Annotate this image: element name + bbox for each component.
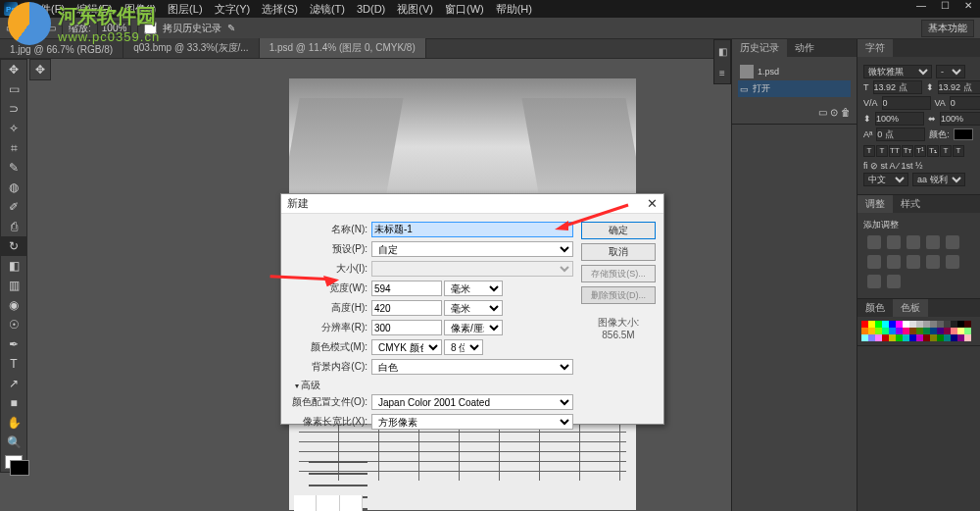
- swatch-cell[interactable]: [889, 321, 896, 328]
- move-tool[interactable]: ✥: [1, 60, 26, 79]
- hscale-input[interactable]: [940, 112, 980, 126]
- swatch-cell[interactable]: [951, 328, 957, 334]
- swatch-cell[interactable]: [875, 334, 882, 341]
- zoom-tool[interactable]: 🔍: [1, 433, 26, 452]
- adj-brightness-icon[interactable]: [867, 235, 881, 249]
- dodge-tool[interactable]: ☉: [1, 315, 26, 334]
- adj-mixer-icon[interactable]: [926, 255, 940, 269]
- italic-button[interactable]: T: [876, 145, 888, 157]
- adj-photo-icon[interactable]: [906, 255, 920, 269]
- close-button[interactable]: ✕: [956, 0, 980, 18]
- underline-button[interactable]: T: [940, 145, 952, 157]
- swatch-cell[interactable]: [896, 328, 903, 334]
- strike-button[interactable]: T: [953, 145, 964, 157]
- swatch-cell[interactable]: [903, 334, 909, 341]
- color-tab[interactable]: 颜色: [858, 299, 893, 317]
- height-input[interactable]: [371, 300, 442, 316]
- actions-tab[interactable]: 动作: [787, 39, 822, 57]
- lasso-tool[interactable]: ⊃: [1, 99, 26, 119]
- adj-bw-icon[interactable]: [887, 255, 901, 269]
- workspace-switcher[interactable]: 基本功能: [921, 20, 974, 37]
- swatch-cell[interactable]: [937, 321, 944, 328]
- swatch-cell[interactable]: [889, 334, 896, 341]
- width-input[interactable]: [371, 281, 442, 296]
- adj-levels-icon[interactable]: [887, 235, 901, 249]
- resolution-input[interactable]: [371, 320, 442, 335]
- font-style-select[interactable]: -: [936, 65, 965, 78]
- color-mode-select[interactable]: CMYK 颜色: [371, 339, 442, 355]
- width-unit-select[interactable]: 毫米: [444, 281, 503, 296]
- collapsed-panel-icon[interactable]: ≡: [714, 62, 730, 83]
- color-swatch[interactable]: [5, 455, 23, 469]
- swatch-cell[interactable]: [930, 334, 937, 341]
- collapsed-panel-icon[interactable]: ◧: [714, 40, 730, 62]
- marquee-tool[interactable]: ▭: [1, 79, 26, 99]
- font-family-select[interactable]: 微软雅黑: [863, 65, 932, 78]
- adj-hue-icon[interactable]: [867, 255, 881, 269]
- tracking-input[interactable]: [950, 96, 980, 110]
- swatch-cell[interactable]: [923, 321, 930, 328]
- aspect-select[interactable]: 方形像素: [371, 414, 573, 430]
- adj-exposure-icon[interactable]: [926, 235, 940, 249]
- pen-tool[interactable]: ✒: [1, 334, 26, 354]
- adj-invert-icon[interactable]: [867, 275, 881, 288]
- antialias-select[interactable]: aa 锐利: [912, 173, 965, 186]
- swatch-cell[interactable]: [909, 334, 916, 341]
- swatch-cell[interactable]: [923, 328, 930, 334]
- menu-select[interactable]: 选择(S): [256, 2, 304, 17]
- swatch-cell[interactable]: [951, 334, 957, 341]
- cancel-button[interactable]: 取消: [581, 243, 656, 261]
- dialog-close-icon[interactable]: ✕: [647, 196, 658, 211]
- menu-layer[interactable]: 图层(L): [162, 2, 208, 17]
- swatch-cell[interactable]: [964, 328, 971, 334]
- swatch-cell[interactable]: [916, 321, 923, 328]
- dialog-titlebar[interactable]: 新建 ✕: [281, 194, 663, 214]
- swatch-cell[interactable]: [875, 321, 882, 328]
- swatch-cell[interactable]: [889, 328, 896, 334]
- menu-filter[interactable]: 滤镜(T): [304, 2, 351, 17]
- menu-type[interactable]: 文字(Y): [209, 2, 257, 17]
- swatch-cell[interactable]: [882, 321, 889, 328]
- profile-select[interactable]: Japan Color 2001 Coated: [371, 394, 573, 410]
- swatch-cell[interactable]: [861, 334, 868, 341]
- adjustments-tab[interactable]: 调整: [858, 195, 893, 213]
- status-icon-3[interactable]: [340, 495, 363, 511]
- history-doc-item[interactable]: 1.psd: [738, 63, 851, 80]
- advanced-toggle[interactable]: 高级: [295, 379, 573, 392]
- menu-help[interactable]: 帮助(H): [490, 2, 538, 17]
- preset-select[interactable]: 自定: [371, 241, 573, 257]
- char-color-swatch[interactable]: [954, 128, 973, 140]
- height-unit-select[interactable]: 毫米: [444, 300, 503, 316]
- path-tool[interactable]: ↗: [1, 374, 26, 393]
- save-preset-button[interactable]: 存储预设(S)...: [581, 265, 656, 282]
- adj-poster-icon[interactable]: [887, 275, 901, 288]
- swatch-cell[interactable]: [903, 328, 909, 334]
- adj-lookup-icon[interactable]: [946, 255, 959, 269]
- bold-button[interactable]: T: [863, 145, 875, 157]
- swatch-cell[interactable]: [875, 328, 882, 334]
- swatch-cell[interactable]: [923, 334, 930, 341]
- gradient-tool[interactable]: ▥: [1, 276, 26, 295]
- name-input[interactable]: [371, 222, 573, 237]
- swatch-cell[interactable]: [944, 334, 951, 341]
- swatch-cell[interactable]: [964, 321, 971, 328]
- ok-button[interactable]: 确定: [581, 222, 656, 239]
- wand-tool[interactable]: ✧: [1, 119, 26, 138]
- baseline-input[interactable]: [876, 128, 925, 141]
- eyedropper-tool[interactable]: ✎: [1, 158, 26, 178]
- swatch-cell[interactable]: [944, 328, 951, 334]
- status-icon-1[interactable]: [294, 495, 317, 511]
- adj-vibrance-icon[interactable]: [946, 235, 959, 249]
- character-tab[interactable]: 字符: [858, 39, 893, 57]
- menu-window[interactable]: 窗口(W): [439, 2, 490, 17]
- crop-tool[interactable]: ⌗: [1, 138, 26, 158]
- swatch-cell[interactable]: [909, 321, 916, 328]
- hand-tool[interactable]: ✋: [1, 413, 26, 433]
- swatch-cell[interactable]: [937, 328, 944, 334]
- resolution-unit-select[interactable]: 像素/厘米: [444, 320, 503, 335]
- swatch-cell[interactable]: [868, 328, 875, 334]
- bit-depth-select[interactable]: 8 位: [444, 339, 483, 355]
- blur-tool[interactable]: ◉: [1, 295, 26, 315]
- history-brush-tool[interactable]: ↻: [1, 236, 26, 256]
- swatch-cell[interactable]: [957, 328, 964, 334]
